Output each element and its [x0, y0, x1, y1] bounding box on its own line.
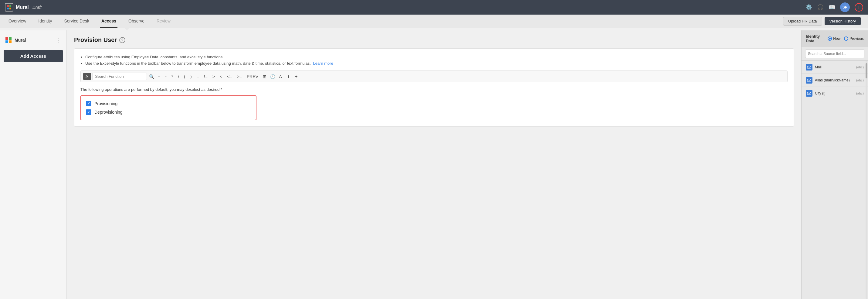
operator-gte[interactable]: >= [235, 74, 244, 80]
nav-right-buttons: Upload HR Data Version History [783, 17, 861, 26]
search-function-input[interactable] [92, 73, 147, 80]
draft-badge: Draft [32, 5, 41, 10]
alert-icon[interactable]: ! [855, 3, 863, 11]
identity-search-input[interactable] [805, 50, 864, 58]
main-layout: Mural ⋮ Add Access Provision User ? Conf… [0, 30, 868, 299]
deprovisioning-label: Deprovisioning [94, 110, 123, 114]
scrollbar-track[interactable] [866, 61, 867, 299]
identity-search [802, 47, 868, 61]
sidebar-logo-text: Mural [14, 38, 26, 43]
identity-panel-header: Identity Data New Previous [802, 30, 868, 47]
avatar[interactable]: SP [840, 2, 850, 12]
info-icon[interactable]: ? [119, 37, 125, 43]
fx-badge[interactable]: fx [83, 73, 91, 80]
version-history-button[interactable]: Version History [825, 17, 861, 25]
operator-less[interactable]: < [218, 74, 224, 80]
svg-rect-0 [7, 5, 9, 7]
formula-toolbar: fx 🔍 + - * / ( ) = != > < <= >= PREV ⊞ 🕐… [81, 71, 787, 82]
tab-observe[interactable]: Observe [127, 15, 146, 28]
operator-open-paren[interactable]: ( [182, 74, 187, 80]
sidebar-logo-icon [5, 36, 12, 44]
sidebar-menu-button[interactable]: ⋮ [56, 37, 62, 44]
list-item[interactable]: City (l) (abc) [802, 87, 868, 100]
grid-icon[interactable]: ⊞ [261, 73, 268, 80]
learn-more-link[interactable]: Learn more [313, 61, 333, 65]
svg-rect-5 [9, 37, 11, 40]
identity-list: Mail (abc) Alias (mailNickName) (abc) Ci… [802, 61, 868, 299]
tab-review[interactable]: Review [155, 15, 172, 28]
operator-divide[interactable]: / [176, 74, 181, 80]
provisioning-row: Provisioning [86, 101, 251, 106]
tab-overview[interactable]: Overview [7, 15, 27, 28]
radio-new[interactable]: New [828, 36, 840, 41]
list-item[interactable]: Mail (abc) [802, 61, 868, 74]
operator-minus[interactable]: - [163, 74, 168, 80]
city-item-name: City (l) [815, 91, 854, 96]
sidebar-header: Mural ⋮ [4, 34, 63, 46]
config-panel: Configure attributes using Employee Data… [74, 48, 794, 127]
operator-plus[interactable]: + [156, 74, 162, 80]
radio-new-dot [828, 36, 832, 41]
add-access-button[interactable]: Add Access [4, 50, 63, 62]
radio-group: New Previous [828, 36, 864, 41]
top-bar: Mural Draft ⚙️ 🎧 📖 SP ! [0, 0, 868, 15]
bullet-2: Use the Excel-style functions in the too… [85, 61, 787, 65]
config-bullets: Configure attributes using Employee Data… [81, 55, 787, 65]
operator-lte[interactable]: <= [225, 74, 234, 80]
alias-icon [806, 77, 812, 84]
svg-rect-3 [9, 8, 11, 9]
upload-hr-button[interactable]: Upload HR Data [783, 17, 822, 26]
provision-header: Provision User ? [74, 36, 794, 44]
search-icon[interactable]: 🔍 [148, 73, 155, 80]
tab-indicator [124, 28, 129, 30]
prev-button[interactable]: PREV [245, 74, 260, 80]
tab-service-desk[interactable]: Service Desk [63, 15, 90, 28]
identity-panel: Identity Data New Previous Mail [801, 30, 868, 299]
bullet-1: Configure attributes using Employee Data… [85, 55, 787, 59]
sidebar-logo: Mural [5, 36, 26, 44]
book-icon[interactable]: 📖 [829, 4, 835, 11]
svg-rect-2 [7, 8, 9, 9]
logo-icon [5, 3, 13, 11]
operator-greater[interactable]: > [211, 74, 217, 80]
mail-item-name: Mail [815, 65, 854, 69]
operator-close-paren[interactable]: ) [188, 74, 194, 80]
svg-rect-1 [9, 5, 11, 7]
operations-box: Provisioning Deprovisioning [81, 96, 256, 120]
list-item[interactable]: Alias (mailNickName) (abc) [802, 74, 868, 87]
sparkle-icon[interactable]: ✦ [293, 73, 300, 80]
scrollbar-thumb[interactable] [866, 63, 867, 78]
operator-multiply[interactable]: * [169, 74, 175, 80]
tab-identity[interactable]: Identity [37, 15, 53, 28]
operations-label: The following operations are performed b… [81, 87, 787, 92]
radio-previous[interactable]: Previous [844, 36, 864, 41]
city-item-type: (abc) [856, 91, 864, 95]
text-icon[interactable]: A [277, 73, 284, 80]
deprovisioning-row: Deprovisioning [86, 109, 251, 115]
mail-item-type: (abc) [856, 65, 864, 69]
svg-rect-7 [9, 40, 11, 43]
operator-not-equals[interactable]: != [202, 74, 209, 80]
provisioning-checkbox[interactable] [86, 101, 91, 106]
deprovisioning-checkbox[interactable] [86, 109, 91, 115]
svg-rect-6 [5, 40, 8, 43]
provisioning-label: Provisioning [94, 101, 118, 106]
headset-icon[interactable]: 🎧 [817, 4, 824, 11]
mail-icon [806, 64, 812, 71]
settings-icon[interactable]: ⚙️ [805, 4, 812, 11]
alias-item-type: (abc) [856, 78, 864, 82]
secondary-nav: Overview Identity Service Desk Access Ob… [0, 15, 868, 28]
top-bar-right: ⚙️ 🎧 📖 SP ! [805, 2, 863, 12]
provision-title: Provision User [74, 36, 117, 44]
clock-icon[interactable]: 🕐 [269, 73, 276, 80]
top-bar-left: Mural Draft [5, 3, 41, 11]
content-area: Provision User ? Configure attributes us… [67, 30, 801, 299]
identity-panel-title: Identity Data [806, 34, 824, 43]
info-toolbar-icon[interactable]: ℹ [285, 73, 292, 80]
alias-item-name: Alias (mailNickName) [815, 78, 854, 82]
nav-tabs: Overview Identity Service Desk Access Ob… [7, 15, 172, 28]
operator-equals[interactable]: = [195, 74, 201, 80]
sidebar: Mural ⋮ Add Access [0, 30, 67, 299]
svg-rect-4 [5, 37, 8, 40]
tab-access[interactable]: Access [100, 15, 118, 28]
